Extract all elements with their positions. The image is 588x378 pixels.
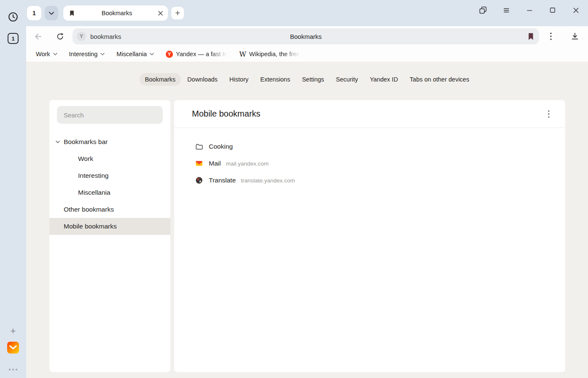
chevron-down-icon [150,53,154,55]
folder-icon [195,143,203,151]
tab-bookmarks[interactable]: Bookmarks [140,73,181,86]
bookmarks-manager-page: Bookmarks Downloads History Extensions S… [26,62,588,378]
address-bar[interactable]: Y bookmarks Bookmarks [73,28,539,44]
chevron-down-icon [53,53,57,55]
site-favicon[interactable]: Y [77,32,86,41]
tree-item-mobile-bookmarks[interactable]: Mobile bookmarks [49,218,170,235]
tree-item-label: Mobile bookmarks [64,223,117,230]
workspace-number: 1 [11,35,14,42]
bookmarks-bar-item-wikipedia[interactable]: W Wikipedia, the free [239,50,300,58]
plus-icon: + [175,9,180,17]
bookmarks-bar: Work Interesting Miscellania Y Yandex — [26,46,588,62]
bookmark-row-mail[interactable]: Mail mail.yandex.com [195,155,565,172]
page-title: Mobile bookmarks [192,109,260,119]
side-rail: 1 + [0,26,26,378]
workspace-key-button[interactable]: 1 [8,33,19,44]
toolbar-more-icon[interactable] [550,33,552,40]
dot [16,369,17,370]
tree-item-label: Bookmarks bar [64,138,108,146]
recent-history-button[interactable] [8,11,19,22]
tab-title: Bookmarks [76,10,158,16]
window-controls [464,5,580,15]
tree-item-bookmarks-bar[interactable]: Bookmarks bar [49,133,170,150]
bookmark-icon [68,10,76,17]
bookmark-name: Translate [209,177,236,184]
folder-label: Interesting [69,51,98,57]
yandex-translate-icon: R A [195,177,203,184]
yandex-mail-icon[interactable] [7,342,19,354]
plus-icon: + [11,326,16,336]
browser-chrome: Y bookmarks Bookmarks Wo [26,26,588,62]
bookmark-row-translate[interactable]: R A Translate translate.yandex.com [195,172,565,189]
tree-item-work[interactable]: Work [49,150,170,167]
address-page-title: Bookmarks [73,33,539,40]
chevron-down-icon [100,53,105,55]
downloads-button[interactable] [570,32,580,41]
tab-other-devices[interactable]: Tabs on other devices [404,73,475,86]
tab-downloads[interactable]: Downloads [182,73,223,86]
dot [12,369,14,370]
chevron-down-icon [56,141,60,143]
bookmarks-panel: Mobile bookmarks Cookin [174,100,565,372]
tab-group-count: 1 [32,10,36,16]
panel-more-icon[interactable] [546,109,551,120]
bookmarks-bar-folder-interesting[interactable]: Interesting [69,51,105,57]
address-url-text: bookmarks [90,33,121,40]
minimize-icon[interactable] [525,5,534,15]
chevron-down-icon [49,12,54,15]
manager-nav-tabs: Bookmarks Downloads History Extensions S… [26,73,588,86]
bookmark-flag-icon[interactable] [528,33,534,41]
tree-item-label: Miscellania [78,189,111,196]
bookmark-label: Wikipedia, the free [249,51,300,57]
bookmark-list: Cooking Mail mail.yandex.com [174,128,565,189]
tab-security[interactable]: Security [330,73,363,86]
tabs-panel-icon[interactable] [478,5,488,15]
browser-tab-bookmarks[interactable]: Bookmarks [63,5,168,21]
tree-item-label: Interesting [78,172,108,179]
bookmark-name: Cooking [209,143,233,150]
folder-tree: Bookmarks bar Work Interesting Miscellan… [49,133,170,235]
close-window-icon[interactable] [571,5,580,15]
search-input[interactable] [57,106,163,124]
bookmark-url: translate.yandex.com [241,177,295,184]
bookmarks-bar-item-yandex[interactable]: Y Yandex — a fast In [166,51,227,58]
rail-add-button[interactable]: + [0,326,26,336]
browser-window: 1 Bookmarks + [0,0,588,378]
folder-label: Work [36,51,50,57]
menu-icon[interactable] [502,5,511,15]
tab-settings[interactable]: Settings [297,73,329,86]
clock-icon [8,11,19,22]
yandex-icon: Y [166,51,173,58]
bookmarks-bar-folder-miscellania[interactable]: Miscellania [116,51,154,57]
bookmark-label: Yandex — a fast In [176,51,227,57]
folders-panel: Bookmarks bar Work Interesting Miscellan… [49,100,170,372]
rail-more-button[interactable] [0,369,26,370]
yandex-mail-icon [195,160,203,167]
folder-label: Miscellania [116,51,147,57]
tab-history[interactable]: History [224,73,254,86]
maximize-icon[interactable] [548,5,557,15]
bookmark-name: Mail [209,160,221,167]
tab-extensions[interactable]: Extensions [255,73,296,86]
tree-item-other-bookmarks[interactable]: Other bookmarks [49,201,170,218]
bookmark-url: mail.yandex.com [226,160,268,167]
bookmark-row-cooking[interactable]: Cooking [195,138,565,155]
tab-strip: 1 Bookmarks + [0,0,588,26]
tab-yandex-id[interactable]: Yandex ID [364,73,404,86]
toolbar: Y bookmarks Bookmarks [26,26,588,46]
back-button[interactable] [33,32,43,41]
svg-text:A: A [199,180,201,183]
reload-button[interactable] [56,32,65,41]
new-tab-button[interactable]: + [171,7,184,19]
close-tab-icon[interactable] [158,11,163,16]
tree-item-miscellania[interactable]: Miscellania [49,184,170,201]
tree-item-label: Work [78,155,93,163]
wikipedia-icon: W [239,50,246,58]
tab-group-button[interactable]: 1 [27,6,41,20]
tree-item-interesting[interactable]: Interesting [49,167,170,184]
bookmarks-bar-folder-work[interactable]: Work [36,51,57,57]
tab-list-dropdown-button[interactable] [45,6,58,20]
dot [9,369,11,370]
tree-item-label: Other bookmarks [64,206,114,213]
